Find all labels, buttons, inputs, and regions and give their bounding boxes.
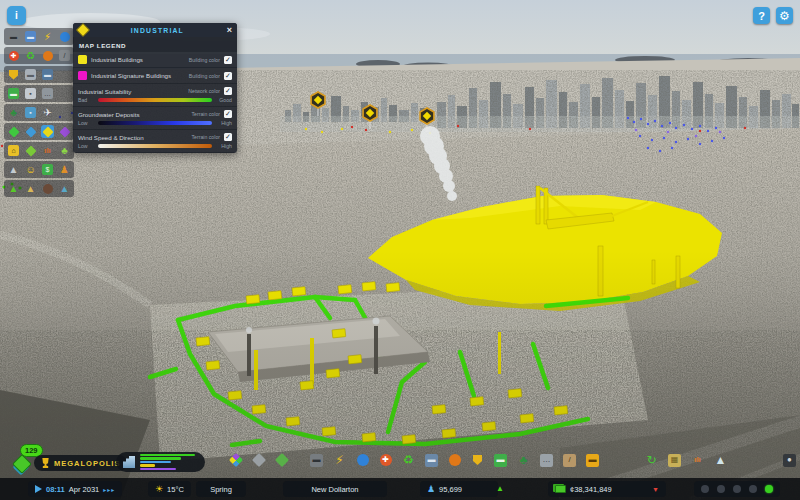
zones-icon[interactable] — [228, 453, 243, 468]
legend-item-checkbox[interactable]: ✓ — [224, 56, 232, 64]
infoview-row: ▬▬⚡ — [4, 28, 74, 45]
homes-icon[interactable]: ⌂ — [7, 144, 20, 157]
population-pill[interactable]: ♟ 95,699 — [420, 481, 498, 497]
water-resources-icon[interactable]: ▲ — [58, 182, 71, 195]
weather-pill[interactable]: ☀ 15°C — [148, 481, 191, 497]
garbage-icon[interactable]: ♻ — [24, 49, 37, 62]
oil-resources-icon[interactable] — [41, 182, 54, 195]
parks-recreation-icon[interactable]: ♣ — [7, 106, 20, 119]
infoview-row: ▬▬ — [4, 66, 74, 83]
help-button[interactable]: ? — [753, 7, 770, 24]
milestone-pill[interactable]: MEGALOPOLIS — [34, 455, 127, 471]
water-pipes-icon[interactable]: ▬ — [24, 30, 37, 43]
legend-header: INDUSTRIAL × — [73, 23, 237, 37]
education-icon[interactable]: ▬ — [424, 453, 439, 468]
speed-controls[interactable]: ▸▸▸ — [103, 486, 115, 493]
air-transport-icon[interactable]: ✈ — [41, 106, 54, 119]
healthcare-icon[interactable]: ✚ — [7, 49, 20, 62]
roads-icon[interactable]: ▬ — [7, 30, 20, 43]
city-name: New Dollarton — [311, 485, 358, 494]
photo-mode-icon[interactable]: ● — [782, 453, 797, 468]
milestone-icon[interactable] — [12, 456, 32, 474]
legend-title: INDUSTRIAL — [88, 27, 227, 34]
money-amount: ¢38,341,849 — [570, 485, 612, 494]
neutral-face-icon — [733, 485, 741, 493]
legend-item-label: Industrial Buildings — [91, 56, 185, 63]
economy-chart-icon[interactable]: ılı — [41, 144, 54, 157]
maintenance-icon[interactable]: / — [58, 49, 71, 62]
education-icon[interactable]: ▬ — [41, 68, 54, 81]
game-screen: i ▬▬⚡✚♻/▬▬▬▪…♣▪✈⌂ılı♣▲☺$♟▲▲▲ INDUSTRIAL … — [0, 0, 800, 500]
environment-icon[interactable] — [24, 144, 37, 157]
legend-item-checkbox[interactable]: ✓ — [224, 133, 232, 141]
map-tiles-icon[interactable]: ▲ — [713, 453, 728, 468]
clock: 08:11 — [46, 485, 65, 494]
time-controls: 08:11 Apr 2031 ▸▸▸ — [28, 481, 122, 497]
goods-icon[interactable]: ▪ — [24, 106, 37, 119]
legend-item-tag: Terrain color — [191, 111, 220, 117]
transportation-icon[interactable]: ▬ — [7, 87, 20, 100]
water-icon[interactable] — [355, 453, 370, 468]
legend-item: Industrial BuildingsBuilding color✓ — [73, 52, 237, 67]
money-icon — [555, 485, 566, 493]
fire-rescue-icon[interactable] — [41, 49, 54, 62]
legend-item-label: Industrial Suitability — [78, 88, 184, 95]
ore-resources-icon[interactable]: ▲ — [24, 182, 37, 195]
money-pill[interactable]: ¢38,341,849 ▼ — [548, 481, 666, 497]
agriculture-icon[interactable]: ♣ — [58, 144, 71, 157]
legend-gradient-bar — [98, 144, 212, 148]
office-zones-icon[interactable] — [58, 125, 71, 138]
sad-face-icon — [717, 485, 725, 493]
happiness-pill[interactable] — [694, 481, 780, 497]
progression-icon[interactable]: ↻ — [644, 453, 659, 468]
legend-item-tag: Building color — [189, 57, 220, 63]
electricity-icon[interactable]: ⚡ — [332, 453, 347, 468]
money-trend-down-icon: ▼ — [652, 486, 659, 493]
info-views-icon[interactable]: ▦ — [667, 453, 682, 468]
demand-pill[interactable] — [116, 452, 205, 472]
legend-item-tag: Network color — [188, 88, 220, 94]
roads-icon[interactable]: ▬ — [309, 453, 324, 468]
city-name-pill[interactable]: New Dollarton — [283, 481, 387, 497]
legend-item-checkbox[interactable]: ✓ — [224, 110, 232, 118]
game-date: Apr 2031 — [69, 485, 99, 494]
legend-swatch — [78, 71, 87, 80]
close-icon[interactable]: × — [227, 25, 232, 35]
money-view-icon[interactable]: $ — [41, 163, 54, 176]
legend-item-checkbox[interactable]: ✓ — [224, 87, 232, 95]
assets-icon[interactable] — [251, 453, 266, 468]
communications-icon[interactable]: … — [41, 87, 54, 100]
transportation-icon[interactable]: ▬ — [493, 453, 508, 468]
police-icon[interactable] — [470, 453, 485, 468]
bulldozer-icon[interactable]: ▬ — [585, 453, 600, 468]
infoview-row: ▲▲▲ — [4, 180, 74, 197]
trophy-icon — [41, 458, 50, 468]
police-icon[interactable] — [7, 68, 20, 81]
play-button[interactable] — [35, 485, 42, 493]
happiness-icon[interactable]: ☺ — [24, 163, 37, 176]
legend-item: Industrial SuitabilityNetwork color✓BadG… — [73, 84, 237, 106]
terrain-icon[interactable]: ▲ — [7, 163, 20, 176]
electricity-icon[interactable]: ⚡ — [41, 30, 54, 43]
signature-buildings-icon[interactable] — [274, 453, 289, 468]
parks-recreation-icon[interactable]: ♣ — [516, 453, 531, 468]
post-service-icon[interactable]: ▪ — [24, 87, 37, 100]
garbage-icon[interactable]: ♻ — [401, 453, 416, 468]
legend-item: Groundwater DepositsTerrain color✓LowHig… — [73, 107, 237, 129]
info-mode-button[interactable]: i — [7, 6, 26, 25]
legend-item: Industrial Signature BuildingsBuilding c… — [73, 68, 237, 83]
landscaping-icon[interactable]: / — [562, 453, 577, 468]
legend-item-checkbox[interactable]: ✓ — [224, 72, 232, 80]
population-view-icon[interactable]: ♟ — [58, 163, 71, 176]
communications-icon[interactable]: … — [539, 453, 554, 468]
fertile-land-icon[interactable]: ▲ — [7, 182, 20, 195]
water-icon[interactable] — [58, 30, 71, 43]
healthcare-icon[interactable]: ✚ — [378, 453, 393, 468]
settings-gear-icon[interactable]: ⚙ — [776, 7, 793, 24]
statistics-icon[interactable]: ılı — [690, 453, 705, 468]
administration-icon[interactable]: ▬ — [24, 68, 37, 81]
industrial-zones-icon[interactable] — [41, 125, 54, 138]
fire-rescue-icon[interactable] — [447, 453, 462, 468]
commercial-zones-icon[interactable] — [24, 125, 37, 138]
residential-zones-icon[interactable] — [7, 125, 20, 138]
